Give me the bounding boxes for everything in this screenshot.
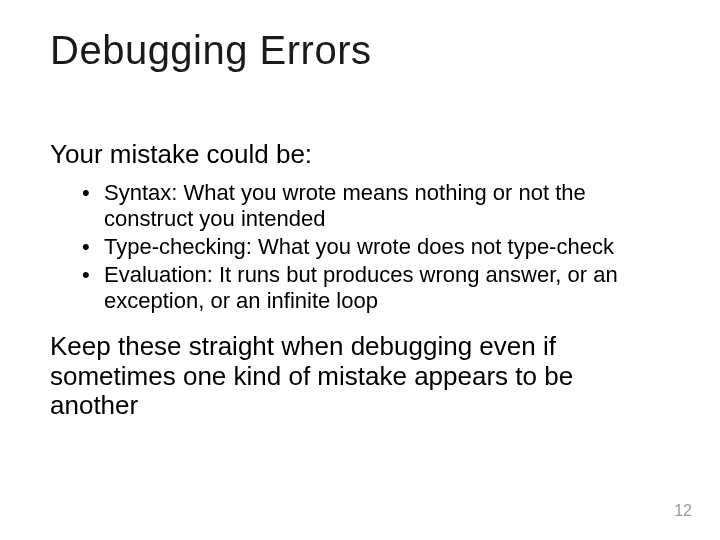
closing-text: Keep these straight when debugging even … — [50, 332, 650, 422]
list-item: Type-checking: What you wrote does not t… — [104, 234, 650, 260]
list-item: Syntax: What you wrote means nothing or … — [104, 180, 650, 232]
slide-body: Your mistake could be: Syntax: What you … — [50, 140, 650, 421]
list-item: Evaluation: It runs but produces wrong a… — [104, 262, 650, 314]
lead-text: Your mistake could be: — [50, 140, 650, 170]
bullet-list: Syntax: What you wrote means nothing or … — [50, 180, 650, 314]
page-number: 12 — [674, 502, 692, 520]
slide: Debugging Errors Your mistake could be: … — [0, 0, 720, 540]
slide-title: Debugging Errors — [50, 28, 372, 73]
